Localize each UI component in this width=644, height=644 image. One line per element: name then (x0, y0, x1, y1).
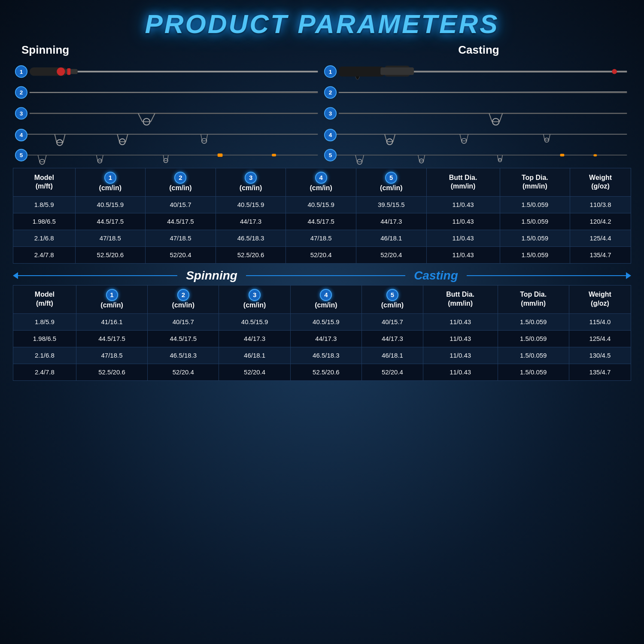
table-cell: 40.5/15.9 (290, 313, 361, 330)
divider-line-far (467, 275, 626, 276)
table-cell: 44.5/17.5 (76, 330, 147, 347)
table-cell: 1.5/0.059 (498, 364, 569, 380)
table-cell: 110/3.8 (570, 196, 631, 213)
section-divider: Spinning Casting (13, 269, 631, 283)
table-cell: 39.5/15.5 (356, 196, 426, 213)
table-cell: 1.8/5.9 (13, 196, 76, 213)
table1-body: 1.8/5.940.5/15.940/15.740.5/15.940.5/15.… (13, 196, 631, 263)
svg-text:3: 3 (20, 110, 23, 117)
svg-line-28 (126, 134, 128, 142)
svg-text:4: 4 (329, 132, 332, 138)
th-col1-2: 2(cm/in) (146, 168, 216, 197)
svg-line-22 (55, 134, 57, 143)
table-cell: 52.5/20.6 (76, 364, 147, 380)
svg-text:5: 5 (329, 152, 332, 158)
svg-point-57 (612, 69, 617, 74)
table-cell: 135/4.7 (569, 364, 631, 380)
table1-container: Model(m/ft) 1(cm/in) 2(cm/in) 3(cm/in) 4… (13, 168, 631, 264)
svg-rect-7 (67, 68, 70, 75)
svg-line-26 (117, 134, 119, 142)
divider-casting-label: Casting (405, 269, 467, 283)
table-cell: 44/17.3 (219, 330, 290, 347)
table-cell: 52.5/20.6 (290, 364, 361, 380)
th-col2-3: 3(cm/in) (219, 285, 290, 313)
table-cell: 47/18.5 (76, 347, 147, 364)
th-butt1: Butt Dia.(mm/in) (426, 168, 500, 197)
svg-line-15 (138, 113, 143, 122)
table-cell: 1.5/0.059 (498, 347, 569, 364)
table-cell: 44.5/17.5 (75, 213, 146, 230)
table-cell: 1.98/6.5 (13, 213, 76, 230)
table-cell: 46.5/18.3 (148, 347, 219, 364)
table-cell: 47/18.5 (75, 230, 146, 246)
svg-rect-99 (560, 154, 565, 156)
svg-line-39 (45, 155, 46, 162)
table-cell: 11/0.43 (426, 213, 500, 230)
svg-line-43 (102, 155, 103, 161)
th-col1-5: 5(cm/in) (356, 168, 426, 197)
svg-rect-50 (272, 154, 276, 156)
th-col1-4: 4(cm/in) (286, 168, 356, 197)
table-row: 2.4/7.852.5/20.652/20.452/20.452.5/20.65… (13, 364, 631, 380)
table-cell: 46/18.1 (362, 347, 423, 364)
svg-line-65 (489, 113, 492, 122)
svg-line-80 (544, 134, 545, 140)
table-cell: 40/15.7 (362, 313, 423, 330)
table-cell: 44/17.3 (362, 330, 423, 347)
table-cell: 125/4.4 (569, 330, 631, 347)
table-cell: 40.5/15.9 (286, 196, 356, 213)
arrow-right (626, 272, 631, 279)
svg-line-76 (460, 134, 462, 141)
table-cell: 44.5/17.5 (148, 330, 219, 347)
table-cell: 11/0.43 (426, 196, 500, 213)
svg-rect-53 (339, 67, 385, 76)
svg-text:2: 2 (20, 89, 23, 96)
table-cell: 125/4.4 (570, 230, 631, 246)
table-cell: 1.8/5.9 (13, 313, 76, 330)
table-cell: 47/18.5 (286, 230, 356, 246)
table-cell: 44/17.3 (216, 213, 286, 230)
svg-line-37 (38, 155, 39, 162)
th-col2-2: 2(cm/in) (148, 285, 219, 313)
svg-line-72 (385, 134, 387, 142)
svg-text:1: 1 (20, 69, 23, 75)
th-butt2: Butt Dia.(mm/in) (423, 285, 498, 313)
arrow-left (13, 272, 18, 279)
th-top1: Top Dia.(mm/in) (500, 168, 570, 197)
table1-header-row: Model(m/ft) 1(cm/in) 2(cm/in) 3(cm/in) 4… (13, 168, 631, 197)
table-cell: 135/4.7 (570, 246, 631, 263)
table-cell: 52.5/20.6 (75, 246, 146, 263)
svg-rect-55 (380, 67, 414, 75)
th-col2-1: 1(cm/in) (76, 285, 147, 313)
svg-line-41 (97, 155, 98, 161)
table-row: 2.1/6.847/18.547/18.546.5/18.347/18.546/… (13, 230, 631, 246)
table-cell: 52/20.4 (146, 246, 216, 263)
table-cell: 40.5/15.9 (75, 196, 146, 213)
table1: Model(m/ft) 1(cm/in) 2(cm/in) 3(cm/in) 4… (13, 168, 631, 264)
svg-text:1: 1 (329, 69, 332, 75)
svg-rect-100 (593, 154, 597, 156)
table-cell: 52.5/20.6 (216, 246, 286, 263)
table-cell: 11/0.43 (423, 347, 498, 364)
svg-line-91 (418, 155, 419, 161)
svg-rect-4 (65, 69, 78, 74)
table-cell: 52/20.4 (362, 364, 423, 380)
table-cell: 2.4/7.8 (13, 364, 76, 380)
casting-label-top: Casting (326, 43, 631, 57)
table-cell: 120/4.2 (570, 213, 631, 230)
table-row: 1.8/5.940.5/15.940/15.740.5/15.940.5/15.… (13, 196, 631, 213)
th-model1: Model(m/ft) (13, 168, 76, 197)
table-cell: 47/18.5 (146, 230, 216, 246)
table-cell: 44/17.3 (290, 330, 361, 347)
spinning-label-top: Spinning (13, 43, 326, 57)
svg-line-17 (151, 113, 155, 122)
table-cell: 40.5/15.9 (219, 313, 290, 330)
table-cell: 40/15.7 (146, 196, 216, 213)
table-cell: 46.5/18.3 (216, 230, 286, 246)
table-row: 2.1/6.847/18.546.5/18.346/18.146.5/18.34… (13, 347, 631, 364)
th-weight1: Weight(g/oz) (570, 168, 631, 197)
svg-line-89 (362, 155, 364, 162)
divider-line-left (18, 275, 177, 276)
table-row: 1.98/6.544.5/17.544.5/17.544/17.344.5/17… (13, 213, 631, 230)
table-row: 2.4/7.852.5/20.652/20.452.5/20.652/20.45… (13, 246, 631, 263)
